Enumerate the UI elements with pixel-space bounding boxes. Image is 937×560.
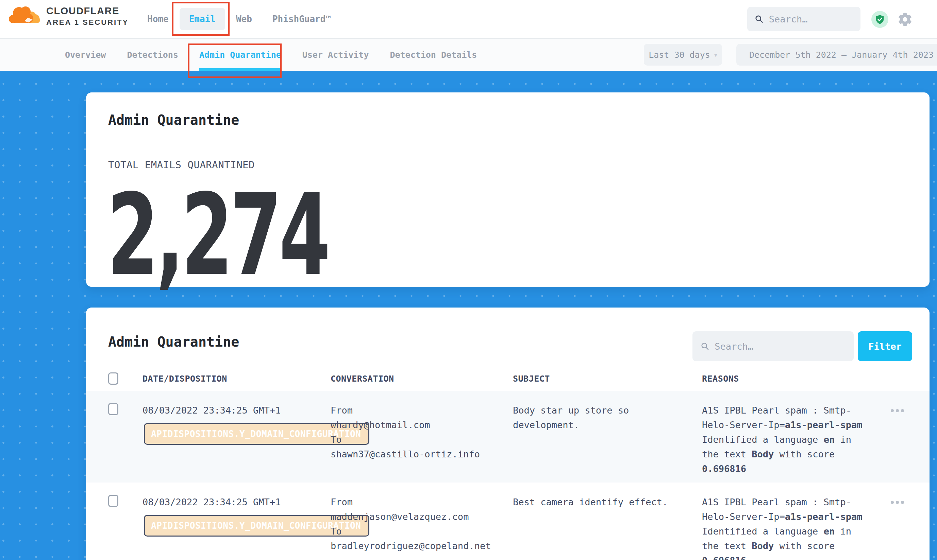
tab-detection-details[interactable]: Detection Details (390, 39, 477, 71)
row-checkbox[interactable] (108, 495, 118, 507)
nav-item-web[interactable]: Web (236, 14, 252, 24)
protection-status-badge[interactable] (871, 11, 888, 28)
metric-label: TOTAL EMAILS QUARANTINED (108, 159, 255, 171)
page-canvas: Admin Quarantine TOTAL EMAILS QUARANTINE… (0, 71, 937, 560)
global-search[interactable] (747, 7, 860, 31)
settings-button[interactable] (897, 12, 913, 27)
column-header-date-disposition: DATE/DISPOSITION (142, 374, 330, 384)
shield-check-icon (875, 14, 885, 25)
date-range-label: December 5th 2022 — January 4th 2023 (749, 50, 934, 60)
from-address: maddenjason@velazquez.com (330, 509, 494, 524)
row-subject: Best camera identify effect. (513, 495, 669, 509)
search-icon (701, 342, 709, 351)
tab-overview[interactable]: Overview (65, 39, 106, 71)
brand-subtitle: AREA 1 SECURITY (46, 18, 128, 27)
brand-title: CLOUDFLARE (46, 5, 128, 17)
search-icon (755, 14, 764, 24)
from-label: From (330, 403, 494, 418)
row-actions-menu[interactable] (889, 407, 906, 414)
table-row: 08/03/2022 23:34:25 GMT+1 APIDISPOSITION… (86, 391, 929, 483)
to-label: To (330, 524, 494, 538)
primary-nav: Home Email Web PhishGuard™ (147, 0, 331, 38)
app-screen: CLOUDFLARE AREA 1 SECURITY Home Email We… (0, 0, 937, 560)
gear-icon (897, 12, 913, 27)
row-conversation: From whardy@hotmail.com To shawn37@casti… (330, 403, 494, 462)
table-header-row: DATE/DISPOSITION CONVERSATION SUBJECT RE… (86, 366, 929, 391)
to-address: shawn37@castillo-ortiz.info (330, 447, 494, 462)
from-address: whardy@hotmail.com (330, 418, 494, 432)
summary-card-title: Admin Quarantine (108, 112, 239, 128)
nav-item-home[interactable]: Home (147, 14, 169, 24)
to-address: bradleyrodriguez@copeland.net (330, 538, 494, 553)
filter-button[interactable]: Filter (858, 331, 912, 361)
tab-user-activity[interactable]: User Activity (303, 39, 369, 71)
column-header-subject: SUBJECT (513, 374, 702, 384)
caret-down-icon: ▾ (714, 51, 717, 58)
tab-admin-quarantine[interactable]: Admin Quarantine (199, 39, 281, 71)
cloudflare-cloud-icon (8, 4, 43, 28)
email-subnav: Overview Detections Admin Quarantine Use… (0, 39, 937, 71)
table-search[interactable] (693, 331, 854, 361)
row-date: 08/03/2022 23:34:25 GMT+1 (142, 403, 330, 418)
table-search-input[interactable] (715, 341, 846, 352)
quarantine-table-card: Admin Quarantine Filter DATE/DISPOSITION… (86, 308, 929, 560)
nav-item-phishguard[interactable]: PhishGuard™ (272, 14, 331, 24)
period-dropdown-label: Last 30 days (648, 50, 710, 60)
table-row: 08/03/2022 23:34:25 GMT+1 APIDISPOSITION… (86, 483, 929, 560)
nav-item-email[interactable]: Email (179, 8, 225, 30)
row-checkbox[interactable] (108, 403, 118, 415)
quarantine-summary-card: Admin Quarantine TOTAL EMAILS QUARANTINE… (86, 92, 929, 287)
column-header-reasons: REASONS (702, 374, 865, 384)
date-range-field[interactable]: December 5th 2022 — January 4th 2023 (736, 44, 937, 66)
tab-detections[interactable]: Detections (127, 39, 178, 71)
table-card-title: Admin Quarantine (108, 334, 239, 350)
row-date: 08/03/2022 23:34:25 GMT+1 (142, 495, 330, 509)
global-search-input[interactable] (769, 14, 853, 25)
column-header-conversation: CONVERSATION (330, 374, 513, 384)
app-header: CLOUDFLARE AREA 1 SECURITY Home Email We… (0, 0, 937, 39)
to-label: To (330, 432, 494, 447)
row-conversation: From maddenjason@velazquez.com To bradle… (330, 495, 494, 553)
row-reasons: A1S IPBL Pearl spam : Smtp-Helo-Server-I… (702, 495, 865, 560)
row-subject: Body star up store so development. (513, 403, 669, 432)
metric-value: 2,274 (107, 179, 328, 291)
select-all-checkbox[interactable] (108, 372, 118, 385)
subnav-tabs: Overview Detections Admin Quarantine Use… (65, 39, 477, 71)
row-reasons: A1S IPBL Pearl spam : Smtp-Helo-Server-I… (702, 403, 865, 476)
cloudflare-logo: CLOUDFLARE AREA 1 SECURITY (8, 4, 128, 28)
period-dropdown[interactable]: Last 30 days ▾ (644, 44, 722, 66)
from-label: From (330, 495, 494, 509)
row-actions-menu[interactable] (889, 499, 906, 506)
